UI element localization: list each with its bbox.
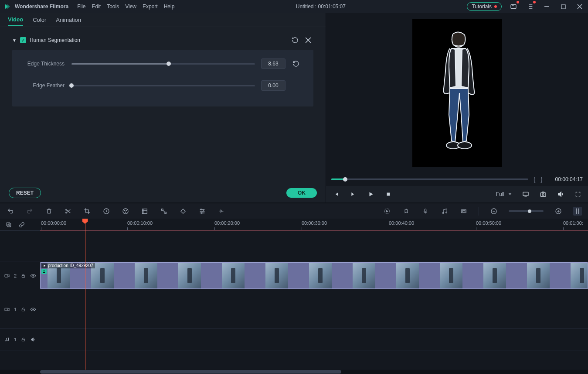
- properties-tabs: Video Color Animation: [0, 13, 326, 27]
- menu-tools[interactable]: Tools: [107, 3, 119, 10]
- aspect-icon[interactable]: [459, 207, 468, 216]
- svg-rect-0: [511, 4, 516, 8]
- ruler-mark: 00:00:10:00: [127, 220, 153, 226]
- delete-icon[interactable]: [44, 207, 53, 216]
- svg-point-9: [66, 209, 67, 210]
- window-maximize-icon[interactable]: [558, 2, 568, 11]
- lock-icon[interactable]: [21, 337, 26, 342]
- snapshot-icon[interactable]: [539, 190, 547, 198]
- app-logo-icon: [3, 3, 11, 10]
- track-head: 2: [0, 261, 40, 290]
- link-icon[interactable]: [17, 220, 26, 229]
- effect-enabled-checkbox[interactable]: ✓: [20, 37, 26, 43]
- render-icon[interactable]: [383, 207, 391, 216]
- tasks-icon[interactable]: [525, 2, 535, 11]
- tab-animation[interactable]: Animation: [56, 14, 81, 26]
- menu-export[interactable]: Export: [143, 3, 158, 10]
- zoom-in-icon[interactable]: [554, 207, 563, 216]
- menu-help[interactable]: Help: [164, 3, 175, 10]
- add-track-icon[interactable]: [4, 220, 13, 229]
- marker-icon[interactable]: [402, 207, 411, 216]
- redo-icon[interactable]: [25, 207, 34, 216]
- speed-icon[interactable]: [102, 207, 111, 216]
- undo-icon[interactable]: [6, 207, 15, 216]
- svg-point-37: [6, 340, 7, 341]
- timeline: 00:00:00:00 00:00:10:00 00:00:20:00 00:0…: [0, 219, 588, 374]
- ok-button[interactable]: OK: [286, 188, 317, 198]
- svg-rect-6: [523, 192, 528, 196]
- color-icon[interactable]: [121, 207, 130, 216]
- lock-icon[interactable]: [21, 273, 26, 278]
- mixer-icon[interactable]: [440, 207, 449, 216]
- svg-point-15: [125, 212, 126, 212]
- svg-point-4: [458, 142, 472, 149]
- svg-rect-24: [462, 209, 466, 213]
- edge-thickness-reset-icon[interactable]: [290, 58, 302, 70]
- timeline-hscroll[interactable]: [0, 370, 588, 374]
- crop-icon[interactable]: [83, 207, 92, 216]
- audio-icon[interactable]: [217, 207, 226, 216]
- edge-feather-slider[interactable]: [71, 85, 255, 86]
- green-screen-icon[interactable]: [140, 207, 149, 216]
- mark-in-icon[interactable]: {: [534, 176, 536, 183]
- zoom-out-icon[interactable]: [489, 207, 498, 216]
- preview-scrubber[interactable]: [331, 178, 528, 180]
- collapse-caret-icon[interactable]: ▼: [12, 38, 17, 43]
- ruler-mark: 00:01:00:: [563, 220, 583, 226]
- svg-rect-5: [387, 193, 390, 196]
- edge-feather-value[interactable]: 0.00: [261, 80, 286, 91]
- tab-color[interactable]: Color: [33, 14, 46, 26]
- zoom-slider[interactable]: [509, 210, 544, 212]
- track-body[interactable]: [40, 329, 588, 350]
- prev-frame-icon[interactable]: [332, 190, 340, 198]
- svg-point-14: [126, 210, 126, 211]
- main-row: Video Color Animation ▼ ✓ Human Segmenta…: [0, 13, 588, 203]
- menu-edit[interactable]: Edit: [92, 3, 101, 10]
- preview-quality-select[interactable]: Full: [496, 191, 512, 197]
- menu-file[interactable]: File: [77, 3, 85, 10]
- keyframe-icon[interactable]: [179, 207, 187, 216]
- mute-icon[interactable]: [30, 337, 36, 342]
- messages-icon[interactable]: [509, 2, 518, 11]
- track-body[interactable]: production ID_4929207: [40, 261, 588, 290]
- titlebar-right: Tutorials: [467, 2, 585, 11]
- svg-rect-30: [22, 275, 24, 277]
- volume-icon[interactable]: [557, 190, 564, 198]
- visibility-icon[interactable]: [30, 274, 36, 278]
- fullscreen-icon[interactable]: [574, 190, 582, 198]
- visibility-icon[interactable]: [30, 307, 36, 312]
- svg-point-36: [33, 309, 34, 309]
- timeline-ruler[interactable]: 00:00:00:00 00:00:10:00 00:00:20:00 00:0…: [40, 219, 588, 230]
- play-icon[interactable]: [367, 190, 375, 198]
- tutorials-button[interactable]: Tutorials: [467, 2, 502, 11]
- adjust-icon[interactable]: [198, 207, 207, 216]
- svg-rect-25: [462, 210, 465, 212]
- motion-tracking-icon[interactable]: [160, 207, 168, 216]
- track-body[interactable]: [40, 290, 588, 328]
- menu-view[interactable]: View: [125, 3, 136, 10]
- edge-thickness-value[interactable]: 8.63: [261, 58, 286, 69]
- track-spacer: [0, 231, 588, 261]
- preview-quality-label: Full: [496, 191, 504, 197]
- titlebar: Wondershare Filmora File Edit Tools View…: [0, 0, 588, 13]
- ruler-mark: 00:00:00:00: [41, 220, 66, 226]
- edge-thickness-slider[interactable]: [71, 63, 255, 65]
- ruler-mark: 00:00:40:00: [389, 220, 414, 226]
- display-icon[interactable]: [522, 190, 530, 198]
- zoom-fit-icon[interactable]: [573, 207, 582, 216]
- split-icon[interactable]: [64, 207, 72, 216]
- record-voiceover-icon[interactable]: [421, 207, 430, 216]
- lock-icon[interactable]: [21, 307, 26, 312]
- tab-video[interactable]: Video: [8, 14, 23, 26]
- stop-icon[interactable]: [384, 190, 392, 198]
- window-minimize-icon[interactable]: [542, 2, 551, 11]
- effect-close-icon[interactable]: [303, 35, 313, 45]
- window-close-icon[interactable]: [575, 2, 585, 11]
- video-clip[interactable]: production ID_4929207: [40, 262, 588, 289]
- reset-button[interactable]: RESET: [9, 188, 41, 198]
- effect-reset-icon[interactable]: [290, 35, 300, 45]
- main-menu: File Edit Tools View Export Help: [77, 3, 174, 10]
- playhead[interactable]: [85, 219, 85, 370]
- mark-out-icon[interactable]: }: [540, 176, 543, 183]
- next-frame-icon[interactable]: [350, 190, 357, 198]
